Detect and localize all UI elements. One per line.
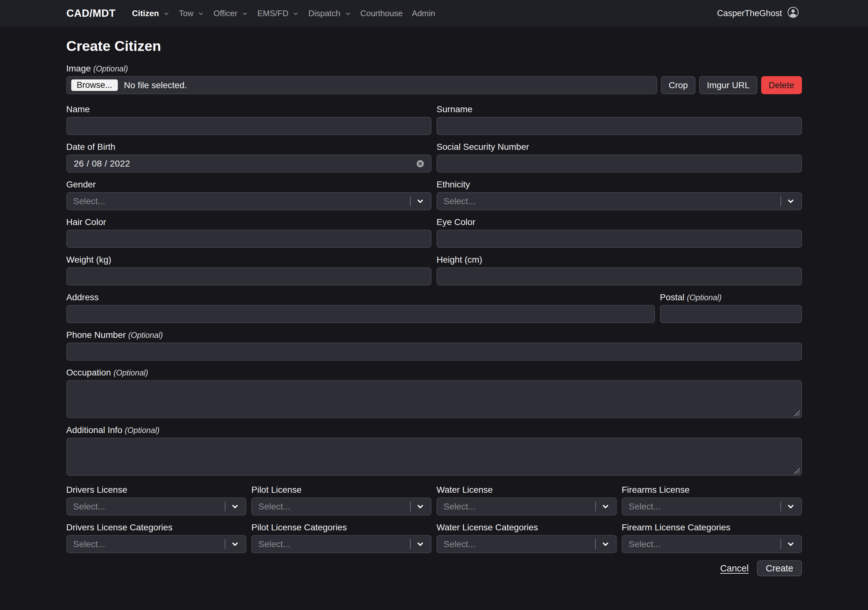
top-navbar: CAD/MDT Citizen Tow Officer: [0, 0, 868, 26]
pilot-license-categories-label: Pilot License Categories: [251, 523, 431, 532]
form-footer: Cancel Create: [67, 560, 802, 576]
weight-input[interactable]: [67, 267, 432, 285]
select-placeholder: Select...: [258, 502, 410, 512]
drivers-license-select[interactable]: Select...: [67, 497, 246, 516]
surname-field-group: Surname: [437, 105, 802, 135]
hair-color-field-group: Hair Color: [67, 217, 432, 248]
firearm-license-categories-label: Firearm License Categories: [622, 523, 802, 532]
eye-color-field-group: Eye Color: [437, 217, 802, 248]
chevron-down-icon: [344, 11, 351, 17]
select-placeholder: Select...: [443, 196, 780, 206]
water-license-select[interactable]: Select...: [437, 497, 617, 516]
height-label: Height (cm): [437, 255, 802, 265]
occupation-textarea[interactable]: [67, 380, 802, 418]
image-label-text: Image: [67, 63, 91, 73]
water-license-categories-select[interactable]: Select...: [437, 535, 617, 553]
main-nav: Citizen Tow Officer EMS/FD: [132, 9, 435, 19]
username: CasperTheGhost: [717, 9, 782, 19]
nav-item-label: Officer: [213, 9, 237, 19]
nav-item-tow[interactable]: Tow: [179, 9, 204, 19]
pilot-license-label: Pilot License: [251, 485, 431, 495]
select-placeholder: Select...: [443, 539, 595, 549]
browse-button[interactable]: Browse...: [71, 79, 118, 91]
user-menu[interactable]: CasperTheGhost: [717, 6, 799, 20]
dob-field-group: Date of Birth 26 / 08 / 2022: [67, 142, 432, 173]
occupation-field-group: Occupation (Optional): [67, 368, 802, 418]
firearm-license-categories-group: Firearm License Categories Select...: [622, 523, 802, 553]
nav-item-citizen[interactable]: Citizen: [132, 9, 170, 19]
app-logo[interactable]: CAD/MDT: [67, 7, 116, 19]
ssn-label: Social Security Number: [437, 142, 802, 152]
image-file-input[interactable]: Browse... No file selected.: [67, 76, 657, 94]
select-placeholder: Select...: [73, 539, 225, 549]
drivers-license-label: Drivers License: [67, 485, 246, 495]
surname-input[interactable]: [437, 117, 802, 135]
address-postal-row: Address Postal (Optional): [67, 293, 802, 323]
crop-button[interactable]: Crop: [661, 76, 695, 94]
nav-item-courthouse[interactable]: Courthouse: [360, 9, 403, 19]
postal-input[interactable]: [660, 305, 802, 323]
additional-info-label-text: Additional Info: [67, 425, 122, 435]
clear-date-icon[interactable]: [416, 159, 425, 168]
drivers-license-categories-select[interactable]: Select...: [67, 535, 246, 553]
nav-item-officer[interactable]: Officer: [213, 9, 248, 19]
delete-image-button[interactable]: Delete: [761, 76, 802, 94]
firearms-license-group: Firearms License Select...: [622, 485, 802, 516]
file-status-text: No file selected.: [124, 80, 187, 90]
hair-eye-row: Hair Color Eye Color: [67, 217, 802, 248]
water-license-label: Water License: [437, 485, 617, 495]
chevron-down-icon: [786, 540, 795, 548]
water-license-categories-group: Water License Categories Select...: [437, 523, 617, 553]
nav-item-dispatch[interactable]: Dispatch: [308, 9, 351, 19]
nav-item-admin[interactable]: Admin: [412, 9, 435, 19]
pilot-license-categories-select[interactable]: Select...: [251, 535, 431, 553]
gender-label: Gender: [67, 180, 432, 189]
eye-color-input[interactable]: [437, 230, 802, 248]
chevron-down-icon: [242, 11, 248, 17]
firearms-license-select[interactable]: Select...: [622, 497, 802, 516]
eye-color-label: Eye Color: [437, 217, 802, 227]
dob-value: 26 / 08 / 2022: [74, 159, 130, 169]
height-input[interactable]: [437, 267, 802, 285]
create-citizen-form: Create Citizen Image (Optional) Browse..…: [67, 26, 802, 576]
dob-input[interactable]: 26 / 08 / 2022: [67, 155, 432, 173]
weight-height-row: Weight (kg) Height (cm): [67, 255, 802, 285]
select-placeholder: Select...: [73, 502, 225, 512]
additional-info-optional-text: (Optional): [125, 426, 160, 435]
imgur-url-button[interactable]: Imgur URL: [699, 76, 757, 94]
postal-field-group: Postal (Optional): [660, 293, 802, 323]
chevron-down-icon: [786, 197, 795, 206]
pilot-license-select[interactable]: Select...: [251, 497, 431, 516]
drivers-license-group: Drivers License Select...: [67, 485, 246, 516]
address-input[interactable]: [67, 305, 655, 323]
additional-info-textarea[interactable]: [67, 438, 802, 476]
drivers-license-categories-label: Drivers License Categories: [67, 523, 246, 532]
ethnicity-select[interactable]: Select...: [437, 192, 802, 210]
weight-field-group: Weight (kg): [67, 255, 432, 285]
phone-input[interactable]: [67, 343, 802, 361]
additional-info-field-group: Additional Info (Optional): [67, 426, 802, 476]
gender-select[interactable]: Select...: [67, 192, 432, 210]
occupation-label: Occupation (Optional): [67, 368, 802, 378]
create-button[interactable]: Create: [757, 560, 801, 576]
image-optional-text: (Optional): [93, 64, 128, 73]
postal-label-text: Postal: [660, 293, 685, 302]
chevron-down-icon: [198, 11, 204, 17]
postal-optional-text: (Optional): [687, 293, 722, 302]
ssn-input[interactable]: [437, 155, 802, 173]
weight-label: Weight (kg): [67, 255, 432, 265]
address-field-group: Address: [67, 293, 655, 323]
name-field-group: Name: [67, 105, 432, 135]
firearms-license-label: Firearms License: [622, 485, 802, 495]
select-placeholder: Select...: [73, 196, 410, 206]
additional-info-row: Additional Info (Optional): [67, 426, 802, 476]
chevron-down-icon: [292, 11, 299, 17]
name-input[interactable]: [67, 117, 432, 135]
ethnicity-label: Ethnicity: [437, 180, 802, 189]
water-license-categories-label: Water License Categories: [437, 523, 617, 532]
firearm-license-categories-select[interactable]: Select...: [622, 535, 802, 553]
chevron-down-icon: [786, 502, 795, 511]
hair-color-input[interactable]: [67, 230, 432, 248]
nav-item-emsfd[interactable]: EMS/FD: [257, 9, 299, 19]
cancel-button[interactable]: Cancel: [720, 563, 749, 574]
